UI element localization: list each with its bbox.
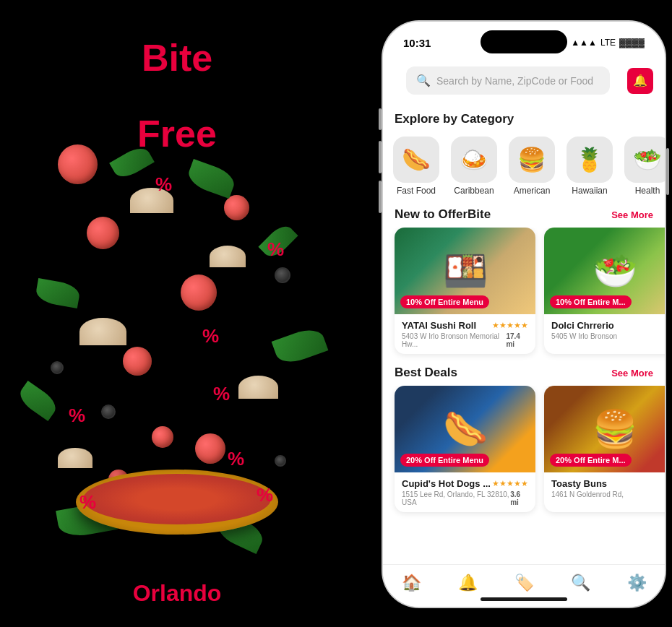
caribbean-icon: 🍛 [451,137,497,183]
olive-4 [275,455,286,467]
pizza-base [76,470,278,535]
phone-screen: 10:31 ▲▲▲ LTE ▓▓▓▓ 🔍 Search by Name, Zip… [383,22,665,607]
network-icon: LTE [600,38,616,48]
mushroom-4 [238,376,278,399]
toasty-address: 1461 N Goldenrod Rd, [551,490,665,498]
nav-home[interactable]: 🏠 [402,574,421,592]
new-section-header: New to OfferBite See More [383,204,665,228]
sushi-discount-badge: 10% Off Entire Menu [400,295,489,308]
sushi-name: YATAI Sushi Roll [402,320,476,331]
status-bar: 10:31 ▲▲▲ LTE ▓▓▓▓ [383,22,665,53]
tomato-3 [181,274,217,311]
best-deals-scroll: 🌭 20% Off Entire Menu Cupid's Hot Dogs .… [383,386,665,521]
category-scroll: 🌭 Fast Food 🍛 Caribbean 🍔 American 🍍 Haw… [383,131,665,204]
signal-icon: ▲▲▲ [571,38,597,48]
percent-5: % [69,405,85,427]
search-bar[interactable]: 🔍 Search by Name, ZipCode or Food [406,66,610,95]
toasty-discount-badge: 20% Off Entire M... [550,454,632,467]
percent-4: % [213,383,230,405]
hotdog-card-image: 🌭 20% Off Entire Menu [395,386,535,472]
search-row: 🔍 Search by Name, ZipCode or Food 🔔 [383,53,665,108]
nav-search[interactable]: 🔍 [571,574,590,592]
sushi-card-image: 🍱 10% Off Entire Menu [395,228,535,314]
best-deals-title: Best Deals [395,366,457,380]
dolci-card-info: Dolci Chrrerio 5405 W Irlo Bronson [544,314,665,346]
toasty-card-image: 🍔 20% Off Entire M... [544,386,665,472]
volume-button-1 [379,108,382,130]
bell-icon: 🔔 [458,574,478,592]
battery-icon: ▓▓▓▓ [619,38,645,48]
american-icon: 🍔 [509,137,555,183]
sushi-card-info: YATAI Sushi Roll ★★★★★ 5403 W Irlo Brons… [395,314,535,354]
hotdog-address: 1515 Lee Rd, Orlando, FL 32810, USA 3.6 … [402,490,528,506]
category-fast-food[interactable]: 🌭 Fast Food [395,137,438,196]
category-health[interactable]: 🥗 Health [626,137,665,196]
tomato-6 [152,426,173,448]
search-icon: 🔍 [416,74,431,87]
app-title: Bite [142,36,212,79]
leaf-2 [185,159,238,199]
best-deals-see-more[interactable]: See More [611,368,653,379]
status-time: 10:31 [403,37,431,49]
olive-2 [51,361,64,374]
nav-notifications[interactable]: 🔔 [458,574,478,592]
mushroom-3 [79,318,126,345]
sushi-stars: ★★★★★ [492,321,528,330]
olive-5 [101,405,116,419]
restaurant-card-hotdog[interactable]: 🌭 20% Off Entire Menu Cupid's Hot Dogs .… [395,386,535,512]
explore-title: Explore by Category [383,108,665,131]
dolci-card-image: 🥗 10% Off Entire M... [544,228,665,314]
percent-6: % [228,448,244,470]
percent-3: % [202,325,219,347]
mushroom-5 [58,448,92,468]
tomato-2 [87,217,119,249]
american-label: American [514,186,551,196]
status-icons: ▲▲▲ LTE ▓▓▓▓ [571,38,645,48]
toasty-name: Toasty Buns [551,478,607,489]
hotdog-card-info: Cupid's Hot Dogs ... ★★★★★ 1515 Lee Rd, … [395,472,535,512]
food-explosion: % % % % % % % % [0,130,354,578]
leaf-5 [272,324,329,368]
fast-food-icon: 🌭 [393,137,439,183]
new-see-more[interactable]: See More [611,209,653,220]
percent-2: % [267,238,284,261]
leaf-6 [15,381,60,421]
nav-offers[interactable]: 🏷️ [514,574,534,592]
settings-icon: ⚙️ [627,574,647,592]
restaurant-card-sushi[interactable]: 🍱 10% Off Entire Menu YATAI Sushi Roll ★… [395,228,535,354]
nav-settings[interactable]: ⚙️ [627,574,647,592]
restaurant-card-toasty[interactable]: 🍔 20% Off Entire M... Toasty Buns 1461 N… [544,386,665,512]
hotdog-discount-badge: 20% Off Entire Menu [400,454,489,467]
category-american[interactable]: 🍔 American [510,137,553,196]
volume-button-2 [379,141,382,173]
health-icon: 🥗 [624,137,665,183]
tomato-7 [195,433,225,464]
dolci-discount-badge: 10% Off Entire M... [550,295,632,308]
notification-button[interactable]: 🔔 [627,68,653,94]
power-button [666,148,669,195]
dolci-name: Dolci Chrrerio [551,320,614,331]
notification-icon: 🔔 [633,74,647,87]
volume-button-3 [379,181,382,213]
new-restaurants-scroll: 🍱 10% Off Entire Menu YATAI Sushi Roll ★… [383,228,665,363]
mushroom-2 [210,246,246,267]
category-caribbean[interactable]: 🍛 Caribbean [452,137,496,196]
percent-7: % [79,491,96,514]
caribbean-label: Caribbean [454,186,494,196]
left-panel: Bite Free Orlando % % % % % % % % [0,0,354,627]
tag-icon: 🏷️ [514,574,534,592]
home-icon: 🏠 [402,574,421,592]
city-label: Orlando [133,580,222,607]
leaf-4 [35,278,82,308]
percent-1: % [155,173,172,196]
app-subtitle: Free [137,112,217,155]
sushi-address: 5403 W Irlo Bronson Memorial Hw... 17.4 … [402,332,528,348]
search-input[interactable]: Search by Name, ZipCode or Food [436,75,600,87]
hotdog-stars: ★★★★★ [492,479,528,488]
restaurant-card-dolci[interactable]: 🥗 10% Off Entire M... Dolci Chrrerio 540… [544,228,665,354]
category-hawaiian[interactable]: 🍍 Hawaiian [568,137,611,196]
tomato-4 [224,195,249,220]
dynamic-island [481,30,567,53]
dolci-address: 5405 W Irlo Bronson [551,332,665,340]
toasty-card-info: Toasty Buns 1461 N Goldenrod Rd, [544,472,665,504]
